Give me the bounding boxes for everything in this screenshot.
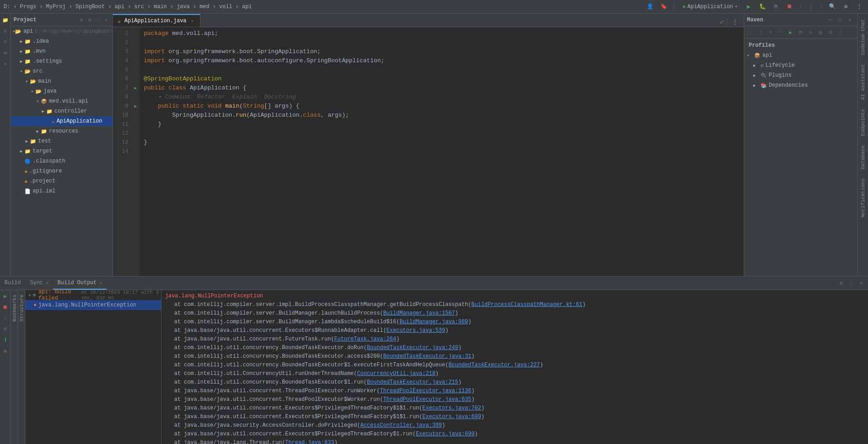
test-arrow: ▶ <box>24 139 30 144</box>
maven-list-icon[interactable]: ≡ <box>826 28 835 37</box>
build-output-tab-close[interactable]: ✕ <box>99 280 102 286</box>
scope-icon[interactable]: ⊙ <box>1 26 10 35</box>
build-failed-node[interactable]: ▾ ⊖ api: build failed At 20/12/2023 18:1… <box>25 290 161 300</box>
tree-java[interactable]: ▾ 📂 java <box>11 86 112 96</box>
tree-root[interactable]: ▾ 📂 api D:\Progs\MyProj\SpingBoot\api <box>11 26 112 36</box>
tree-src[interactable]: ▾ 📂 src <box>11 66 112 76</box>
config-icon[interactable]: ≡ <box>1 37 10 46</box>
java-label: java <box>44 88 57 94</box>
tab-api-application[interactable]: ☕ ApiApplication.java ✕ <box>113 14 200 27</box>
build-npe-node[interactable]: ● java.lang.NullPointerException <box>25 300 161 310</box>
idea-folder-icon: 📁 <box>24 39 31 44</box>
tab-build-output[interactable]: Build Output ✕ <box>53 277 107 290</box>
java-folder-icon: 📂 <box>35 89 42 94</box>
database-label[interactable]: Database <box>859 142 867 173</box>
tree-main[interactable]: ▾ 📂 main <box>11 76 112 86</box>
close-panel-icon[interactable]: ✕ <box>1 59 10 68</box>
structure-label[interactable]: Structure <box>18 292 25 324</box>
panel-layout-icon[interactable]: ⊟ <box>86 16 93 24</box>
endpoints-label[interactable]: Endpoints <box>859 105 867 139</box>
tree-api-iml[interactable]: ▶ 📄 api.iml <box>11 186 112 196</box>
maven-refresh-icon[interactable]: ⟳ <box>796 28 805 37</box>
iml-label: api.iml <box>33 188 55 194</box>
tree-settings[interactable]: ▶ 📁 .settings <box>11 56 112 66</box>
ai-assistant-label[interactable]: AI Assistant <box>859 60 867 104</box>
maven-close-icon[interactable]: ✕ <box>845 15 854 25</box>
project-panel: Project ⚙ ⊟ ⋮ ✕ ▾ 📂 api D:\Progs\MyProj\… <box>11 14 113 276</box>
maven-hide-icon[interactable]: − <box>825 15 834 25</box>
dependencies-arrow: ▶ <box>753 83 759 88</box>
more2-icon[interactable]: ⋮ <box>854 2 864 12</box>
tree-controller[interactable]: ▶ 📁 controller <box>11 106 112 116</box>
tab-sync[interactable]: Sync ✕ <box>25 277 53 290</box>
bottom-close-icon[interactable]: ✕ <box>857 279 865 287</box>
bookmark-icon[interactable]: 🔖 <box>658 2 668 12</box>
settings-icon[interactable]: ⚙ <box>841 2 851 12</box>
panel-close-icon[interactable]: ✕ <box>102 16 110 24</box>
panel-gear-icon[interactable]: ⚙ <box>78 16 85 24</box>
code-line-7: public class ApiApplication { <box>144 84 740 93</box>
stop-button[interactable]: ⏹ <box>785 2 795 12</box>
panel-header-icons: ⚙ ⊟ ⋮ ✕ <box>78 16 110 24</box>
notifications-label[interactable]: Notifications <box>859 175 867 221</box>
gutter-8 <box>131 93 140 102</box>
tree-project-file[interactable]: ▶ ◆ .project <box>11 176 112 186</box>
tab-build[interactable]: Build <box>0 277 25 290</box>
tree-api-application[interactable]: ▶ ☕ ApiApplication <box>11 116 112 126</box>
coverage-button[interactable]: ⏱ <box>771 2 781 12</box>
build-scroll-icon[interactable]: ↓ <box>1 314 10 322</box>
tree-classpath[interactable]: ▶ 🔵 .classpath <box>11 156 112 166</box>
tree-med-voll-api[interactable]: ▾ 📦 med.voll.api <box>11 96 112 106</box>
maven-dependencies[interactable]: ▶ 📚 Dependencies <box>744 80 857 90</box>
run-gutter-7[interactable]: ▶ <box>131 84 140 93</box>
maven-sync-icon[interactable]: ↓ <box>746 28 755 37</box>
maven-run-icon[interactable]: ▶ <box>786 28 795 37</box>
maven-more-tb-icon[interactable]: ⋮ <box>836 28 845 37</box>
maven-edit-icon[interactable]: ✎ <box>806 28 815 37</box>
run-gutter-9[interactable]: ▶ <box>131 102 140 111</box>
codeium-chat-label[interactable]: Codeium Chat <box>859 15 867 59</box>
code-editor[interactable]: 12345 678910 11121314 ▶ ▶ <box>113 27 744 276</box>
tree-resources[interactable]: ▶ 📁 resources <box>11 126 112 136</box>
maven-add-icon[interactable]: + <box>766 28 775 37</box>
build-rerun-icon[interactable]: ▶ <box>1 292 10 300</box>
bottom-settings-icon[interactable]: ⚙ <box>837 279 845 287</box>
maven-upload-icon[interactable]: ↑ <box>756 28 765 37</box>
api-node-label: api <box>762 52 772 59</box>
build-warning-icon[interactable]: ⚠ <box>1 346 10 355</box>
search-button[interactable]: 🔍 <box>827 2 837 12</box>
maven-profiles[interactable]: Profiles <box>744 40 857 50</box>
user-icon[interactable]: 👤 <box>645 2 655 12</box>
editor-more-icon[interactable]: ⋮ <box>730 17 740 27</box>
tree-test[interactable]: ▶ 📁 test <box>11 136 112 146</box>
build-filter-icon[interactable]: ⊟ <box>1 325 10 333</box>
debug-button[interactable]: 🐛 <box>757 2 767 12</box>
run-config-label[interactable]: ● ApiApplication ▾ <box>680 2 740 12</box>
gear-icon[interactable]: ⚙ <box>1 48 10 57</box>
build-stop-icon[interactable]: ⏹ <box>1 303 10 311</box>
maven-expand-icon[interactable]: □ <box>835 15 844 25</box>
stack-line-15: at java.base/java.security.AccessControl… <box>165 421 864 430</box>
maven-collapse-icon[interactable]: ⊟ <box>816 28 825 37</box>
project-icon[interactable]: 📁 <box>1 15 10 25</box>
maven-api-node[interactable]: ▾ 📦 api <box>744 50 857 60</box>
iml-icon: 📄 <box>24 188 31 194</box>
tree-target[interactable]: ▶ 📁 target <box>11 146 112 156</box>
bottom-more-icon[interactable]: ⋮ <box>847 279 855 287</box>
maven-remove-icon[interactable]: − <box>776 28 785 37</box>
maven-plugins[interactable]: ▶ 🔌 Plugins <box>744 70 857 80</box>
tab-close-button[interactable]: ✕ <box>189 18 195 24</box>
panel-more-icon[interactable]: ⋮ <box>94 16 102 24</box>
more-button[interactable]: ⋮ <box>806 2 816 12</box>
tree-gitignore[interactable]: ▶ ◆ .gitignore <box>11 166 112 176</box>
tree-idea[interactable]: ▶ 📁 .idea <box>11 36 112 46</box>
code-content[interactable]: package med.voll.api; import org.springf… <box>140 27 744 276</box>
build-output-tab-label: Build Output <box>58 280 97 286</box>
maven-lifecycle[interactable]: ▶ ⚙ Lifecycle <box>744 60 857 70</box>
tree-mvn[interactable]: ▶ 📁 .mvn <box>11 46 112 56</box>
run-button[interactable]: ▶ <box>744 2 754 12</box>
bookmarks-label[interactable]: Bookmarks <box>11 292 18 324</box>
build-info-icon[interactable]: ℹ <box>1 335 10 344</box>
maven-header-icons: − □ ✕ <box>825 15 854 25</box>
sync-tab-close[interactable]: ✕ <box>46 280 49 286</box>
